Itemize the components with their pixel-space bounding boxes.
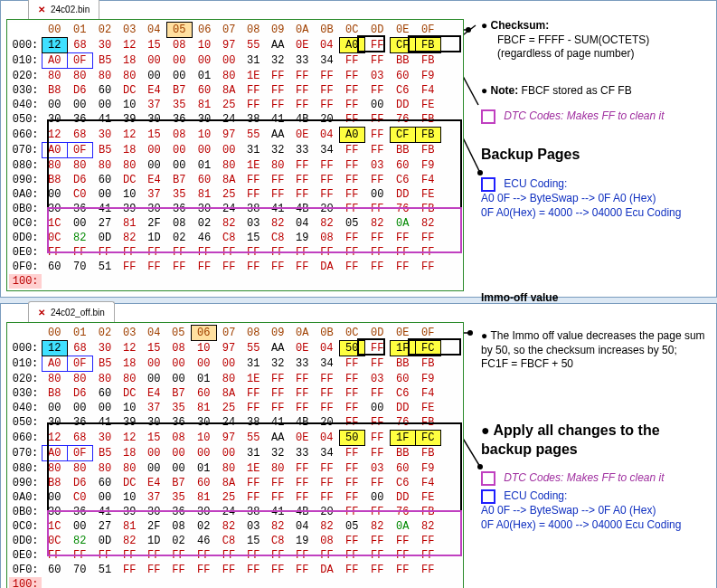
hex-cell[interactable]: 80 (42, 69, 67, 84)
hex-cell[interactable]: 30 (92, 38, 118, 53)
hex-cell[interactable]: 00 (67, 216, 92, 231)
hex-cell[interactable]: 41 (92, 505, 118, 519)
hex-cell[interactable]: B5 (92, 446, 118, 461)
hex-cell[interactable]: FF (67, 548, 92, 563)
hex-cell[interactable]: 33 (290, 143, 315, 158)
hex-cell[interactable]: FF (166, 260, 192, 274)
hex-cell[interactable]: 30 (42, 505, 67, 519)
hex-cell[interactable]: 80 (42, 158, 67, 174)
hex-cell[interactable]: A0 (42, 356, 67, 372)
hex-cell[interactable]: 00 (142, 69, 167, 84)
hex-cell[interactable]: DD (390, 490, 415, 505)
hex-cell[interactable]: B7 (166, 386, 192, 401)
hex-cell[interactable]: 36 (67, 202, 92, 216)
hex-cell[interactable]: 31 (241, 53, 266, 69)
hex-cell[interactable]: 00 (166, 461, 192, 477)
hex-cell[interactable]: 68 (67, 431, 92, 446)
hex-cell[interactable]: 00 (92, 98, 118, 112)
hex-cell[interactable]: FF (118, 245, 142, 260)
hex-cell[interactable]: 03 (364, 461, 390, 477)
hex-cell[interactable]: 60 (191, 386, 216, 401)
hex-cell[interactable]: 00 (67, 519, 92, 534)
hex-cell[interactable]: 0A (390, 519, 415, 534)
hex-cell[interactable]: FF (364, 446, 390, 461)
hex-cell[interactable]: 31 (241, 446, 266, 461)
hex-cell[interactable]: 70 (67, 563, 92, 577)
hex-cell[interactable]: D6 (67, 173, 92, 187)
hex-cell[interactable]: FF (390, 245, 415, 260)
hex-cell[interactable]: 00 (42, 401, 67, 415)
hex-cell[interactable]: FF (266, 476, 290, 490)
hex-cell[interactable]: 41 (266, 415, 290, 431)
hex-cell[interactable]: 76 (390, 505, 415, 519)
hex-cell[interactable]: 8A (217, 83, 241, 98)
hex-cell[interactable]: 03 (364, 372, 390, 387)
hex-cell[interactable]: 41 (266, 202, 290, 216)
hex-cell[interactable]: FF (241, 245, 266, 260)
hex-cell[interactable]: 82 (217, 216, 241, 231)
hex-cell[interactable]: E4 (142, 83, 167, 98)
hex-cell[interactable]: 97 (216, 431, 241, 446)
hex-cell[interactable]: C8 (266, 231, 290, 245)
hex-cell[interactable]: 55 (241, 341, 266, 356)
hex-cell[interactable]: FF (315, 476, 340, 490)
hex-cell[interactable]: D6 (67, 83, 92, 98)
hex-cell[interactable]: BB (390, 143, 415, 158)
hex-cell[interactable]: B7 (166, 83, 192, 98)
hex-cell[interactable]: 36 (166, 202, 192, 216)
hex-cell[interactable]: B8 (42, 173, 67, 187)
hex-cell[interactable]: 05 (339, 519, 364, 534)
hex-cell[interactable]: FF (241, 490, 266, 505)
hex-cell[interactable]: FF (241, 187, 266, 202)
hex-cell[interactable]: 35 (166, 401, 192, 415)
hex-cell[interactable]: 00 (216, 356, 241, 372)
hex-cell[interactable]: 19 (290, 534, 315, 548)
hex-cell[interactable]: 18 (118, 143, 142, 158)
hex-cell[interactable]: 10 (191, 431, 216, 446)
hex-cell[interactable]: 60 (42, 563, 67, 577)
hex-cell[interactable]: 03 (364, 158, 390, 174)
hex-cell[interactable]: 00 (67, 401, 92, 415)
hex-cell[interactable]: FF (315, 490, 340, 505)
hex-cell[interactable]: 30 (142, 202, 167, 216)
hex-cell[interactable]: 80 (217, 69, 241, 84)
hex-cell[interactable]: 30 (142, 112, 167, 128)
hex-cell[interactable]: FF (339, 69, 364, 84)
hex-cell[interactable]: 08 (166, 128, 192, 143)
hex-cell[interactable]: 1C (42, 519, 67, 534)
hex-cell[interactable]: 46 (191, 534, 216, 548)
hex-cell[interactable]: 02 (192, 216, 217, 231)
hex-cell[interactable]: 0F (67, 143, 92, 158)
hex-cell[interactable]: FF (364, 260, 390, 274)
hex-cell[interactable]: 03 (241, 519, 266, 534)
hex-cell[interactable]: FB (415, 38, 440, 53)
hex-cell[interactable]: 10 (192, 128, 217, 143)
hex-cell[interactable]: FF (390, 548, 415, 563)
hex-cell[interactable]: FF (364, 548, 390, 563)
hex-cell[interactable]: 00 (191, 446, 216, 461)
hex-cell[interactable]: 18 (118, 446, 142, 461)
hex-cell[interactable]: 50 (339, 431, 364, 446)
hex-cell[interactable]: F4 (415, 476, 440, 490)
hex-cell[interactable]: FF (166, 563, 192, 577)
hex-cell[interactable]: FF (364, 128, 390, 143)
hex-cell[interactable]: 80 (266, 461, 290, 477)
hex-cell[interactable]: 81 (192, 187, 217, 202)
hex-cell[interactable]: 80 (92, 158, 118, 174)
hex-cell[interactable]: 01 (192, 69, 217, 84)
hex-cell[interactable]: FF (290, 98, 315, 112)
hex-cell[interactable]: C8 (216, 534, 241, 548)
hex-cell[interactable]: FF (290, 401, 315, 415)
hex-cell[interactable]: 34 (315, 356, 340, 372)
hex-cell[interactable]: 32 (266, 446, 290, 461)
hex-cell[interactable]: FB (415, 415, 440, 431)
hex-cell[interactable]: FB (415, 112, 440, 128)
hex-cell[interactable]: 1C (42, 216, 67, 231)
hex-cell[interactable]: 00 (166, 69, 192, 84)
hex-cell[interactable]: 1E (241, 69, 266, 84)
hex-cell[interactable]: 68 (67, 38, 92, 53)
hex-cell[interactable]: FF (241, 173, 266, 187)
hex-cell[interactable]: FF (339, 260, 364, 274)
hex-cell[interactable]: CF (390, 128, 415, 143)
hex-cell[interactable]: FF (339, 83, 364, 98)
